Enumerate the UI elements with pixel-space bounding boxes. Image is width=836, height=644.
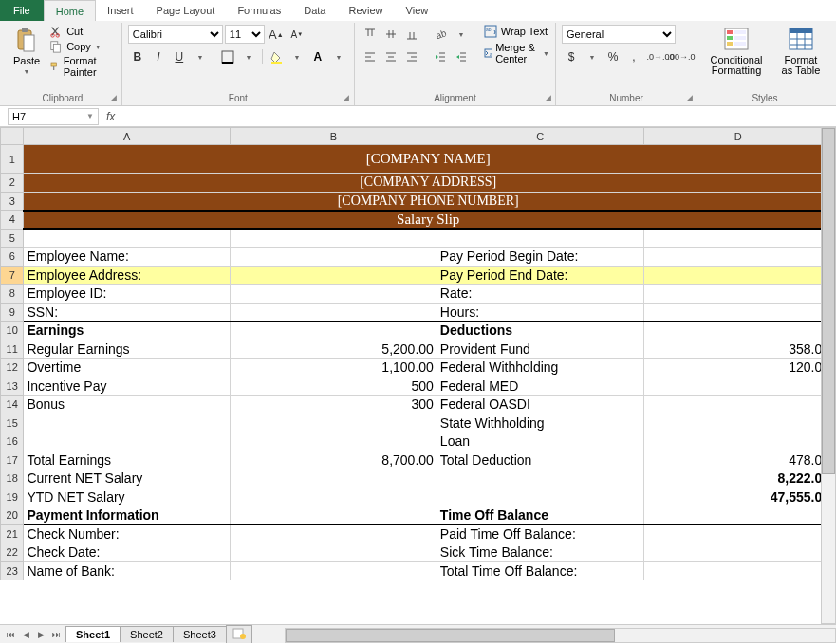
col-header-a[interactable]: A	[24, 128, 231, 145]
cell[interactable]	[643, 414, 832, 432]
row-header[interactable]: 21	[1, 524, 24, 543]
cell[interactable]: YTD NET Salary	[24, 488, 231, 506]
tab-view[interactable]: View	[395, 0, 440, 21]
align-bottom-button[interactable]	[402, 25, 421, 44]
cell[interactable]	[643, 561, 832, 580]
cell[interactable]: Total Time Off Balance:	[437, 561, 643, 580]
underline-button[interactable]: U	[170, 47, 189, 66]
cell[interactable]: [COMPANY ADDRESS]	[24, 174, 833, 193]
increase-indent-button[interactable]	[452, 47, 471, 66]
cell[interactable]: 47,555.00	[643, 488, 832, 506]
cell[interactable]: Overtime	[24, 359, 231, 377]
sheet-nav-prev[interactable]: ◀	[19, 630, 32, 639]
cell[interactable]	[24, 432, 231, 451]
clipboard-launcher[interactable]: ◢	[108, 92, 120, 103]
horizontal-scrollbar[interactable]	[285, 628, 836, 643]
paste-button[interactable]: Paste ▼	[9, 25, 44, 77]
cell[interactable]: Payment Information	[24, 506, 231, 525]
cell[interactable]	[643, 248, 832, 267]
cell[interactable]	[437, 229, 643, 248]
sheet-nav-last[interactable]: ⏭	[49, 630, 63, 639]
font-size-combo[interactable]: 11	[225, 25, 265, 44]
row-header[interactable]: 1	[1, 145, 24, 174]
select-all-corner[interactable]	[1, 128, 24, 145]
row-header[interactable]: 14	[1, 396, 24, 414]
row-header[interactable]: 23	[1, 561, 24, 580]
row-header[interactable]: 5	[1, 229, 24, 248]
cell[interactable]: Employee Name:	[24, 248, 231, 267]
row-header[interactable]: 16	[1, 432, 24, 451]
format-painter-button[interactable]: Format Painter	[49, 55, 116, 78]
cell[interactable]	[437, 488, 643, 506]
cell[interactable]	[231, 303, 437, 322]
cell[interactable]: SSN:	[24, 303, 231, 322]
cell[interactable]: Earnings	[24, 322, 231, 340]
scrollbar-thumb[interactable]	[822, 128, 835, 474]
cell[interactable]: 5,200.00	[231, 340, 437, 359]
decrease-indent-button[interactable]	[431, 47, 450, 66]
tab-page-layout[interactable]: Page Layout	[145, 0, 227, 21]
cell[interactable]	[231, 248, 437, 267]
name-box-dropdown-icon[interactable]: ▼	[86, 112, 94, 120]
vertical-scrollbar[interactable]	[821, 127, 836, 624]
row-header[interactable]: 10	[1, 322, 24, 340]
cell[interactable]	[231, 229, 437, 248]
sheet-nav-next[interactable]: ▶	[34, 630, 47, 639]
cell[interactable]: Rate:	[437, 285, 643, 304]
cell[interactable]: Paid Time Off Balance:	[437, 524, 643, 543]
cell[interactable]	[643, 285, 832, 304]
cell[interactable]	[24, 229, 231, 248]
cell[interactable]: Name of Bank:	[24, 561, 231, 580]
grow-font-button[interactable]: A▲	[267, 25, 286, 44]
cell[interactable]: Federal MED	[437, 377, 643, 396]
font-launcher[interactable]: ◢	[341, 92, 352, 103]
cell[interactable]: Check Date:	[24, 543, 231, 562]
cell[interactable]: Pay Period Begin Date:	[437, 248, 643, 267]
cell[interactable]	[231, 266, 437, 285]
cell[interactable]	[643, 229, 832, 248]
sheet-tab-3[interactable]: Sheet3	[173, 626, 227, 642]
row-header[interactable]: 20	[1, 506, 24, 525]
cell[interactable]	[643, 303, 832, 322]
row-header[interactable]: 4	[1, 211, 24, 230]
cell[interactable]	[24, 414, 231, 432]
row-header[interactable]: 3	[1, 192, 24, 211]
row-header[interactable]: 6	[1, 248, 24, 267]
row-header[interactable]: 18	[1, 469, 24, 488]
row-header[interactable]: 8	[1, 285, 24, 304]
align-right-button[interactable]	[402, 47, 421, 66]
cell[interactable]: Pay Period End Date:	[437, 266, 643, 285]
cell[interactable]	[643, 543, 832, 562]
number-format-combo[interactable]: General	[562, 25, 676, 44]
cell[interactable]	[231, 524, 437, 543]
cell[interactable]: -	[643, 396, 832, 414]
shrink-font-button[interactable]: A▼	[288, 25, 307, 44]
tab-home[interactable]: Home	[44, 0, 96, 21]
cell[interactable]	[437, 469, 643, 488]
row-header[interactable]: 22	[1, 543, 24, 562]
percent-format-button[interactable]: %	[604, 47, 622, 66]
cell[interactable]: Hours:	[437, 303, 643, 322]
cell[interactable]	[231, 561, 437, 580]
align-top-button[interactable]	[361, 25, 380, 44]
cut-button[interactable]: Cut	[49, 25, 116, 38]
decrease-decimal-button[interactable]: .00→.0	[672, 47, 691, 66]
cell[interactable]: Regular Earnings	[24, 340, 231, 359]
cell[interactable]: 1,100.00	[231, 359, 437, 377]
wrap-text-button[interactable]: ab Wrap Text	[484, 25, 549, 38]
font-color-button[interactable]: A	[308, 47, 327, 66]
cell[interactable]: Sick Time Balance:	[437, 543, 643, 562]
cell[interactable]: 300	[231, 396, 437, 414]
cell[interactable]	[231, 469, 437, 488]
cell[interactable]: [COMPANY NAME]	[24, 145, 833, 174]
cell[interactable]	[231, 543, 437, 562]
name-box[interactable]: H7▼	[8, 108, 99, 125]
row-header[interactable]: 15	[1, 414, 24, 432]
new-sheet-button[interactable]	[226, 625, 252, 643]
cell[interactable]	[643, 432, 832, 451]
cell[interactable]	[231, 285, 437, 304]
bold-button[interactable]: B	[128, 47, 147, 66]
cell[interactable]	[231, 506, 437, 525]
font-name-combo[interactable]: Calibri	[128, 25, 223, 44]
cell[interactable]: Total Earnings	[24, 451, 231, 469]
